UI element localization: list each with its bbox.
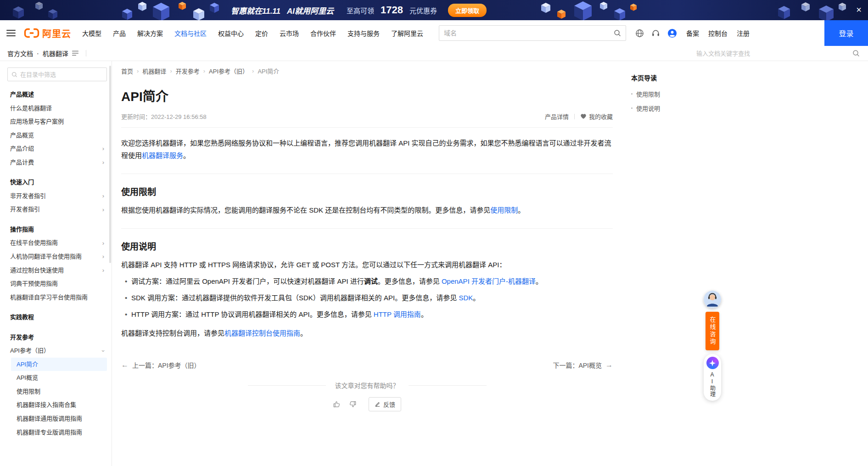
intro-paragraph: 欢迎您选择机器翻译，如果您熟悉网络服务协议和一种以上编程语言，推荐您调用机器翻译… bbox=[121, 137, 613, 162]
nav-menu-item[interactable]: 产品 bbox=[113, 28, 126, 38]
sidebar-item[interactable]: 什么是机器翻译 › bbox=[7, 101, 107, 115]
nav-text-link[interactable]: 备案 bbox=[686, 28, 699, 38]
search-icon[interactable] bbox=[614, 29, 621, 37]
toc-filter-input[interactable] bbox=[20, 71, 103, 78]
online-consult-button[interactable]: 在线咨询 bbox=[706, 312, 719, 350]
sidebar-scrollbar[interactable] bbox=[109, 66, 111, 263]
sidebar-item[interactable]: 快速入门 › bbox=[7, 175, 107, 189]
article-content: 首页 › 机器翻译 › 开发参考 › API参考（旧） › API简介 › bbox=[121, 61, 613, 466]
breadcrumb-item[interactable]: 开发参考 › bbox=[176, 67, 209, 75]
aliyun-logo[interactable]: 阿里云 bbox=[24, 27, 71, 40]
docs-search-icon[interactable] bbox=[852, 50, 860, 58]
ai-assistant-icon bbox=[706, 357, 719, 369]
ai-assistant-button[interactable]: AI助理 bbox=[704, 354, 721, 401]
toc-item-label[interactable]: 使用说明 bbox=[636, 104, 660, 112]
arrow-right-icon: → bbox=[605, 361, 613, 369]
nav-menu-item[interactable]: 云市场 bbox=[280, 28, 299, 38]
sidebar-item[interactable]: 产品概述 › bbox=[7, 88, 107, 101]
toc-list: 使用限制 使用说明 bbox=[631, 90, 709, 112]
docs-search-input[interactable] bbox=[696, 50, 848, 57]
page-toc: 本页导读 使用限制 使用说明 bbox=[631, 61, 709, 466]
headset-icon[interactable] bbox=[651, 29, 660, 38]
bullet-link[interactable]: OpenAPI 开发者门户-机器翻译 bbox=[442, 277, 536, 285]
sidebar-item[interactable]: API简介 › bbox=[11, 358, 107, 371]
sidebar-item[interactable]: 在线平台使用指南 › bbox=[7, 236, 107, 250]
filter-search-icon bbox=[11, 72, 17, 78]
breadcrumb-label[interactable]: 首页 bbox=[121, 67, 133, 75]
prev-article-link[interactable]: ← 上一篇：API参考（旧） bbox=[121, 360, 201, 370]
support-agent-avatar[interactable] bbox=[704, 291, 721, 308]
docs-layout: 产品概述 › 什么是机器翻译 › 应用场景与客户案例 › 产品概览 › 产品介绍… bbox=[0, 61, 868, 466]
hamburger-menu-icon[interactable] bbox=[6, 30, 16, 36]
docs-product-link[interactable]: 机器翻译 bbox=[43, 49, 68, 58]
banner-close-icon[interactable]: × bbox=[856, 4, 862, 15]
nav-menu-item[interactable]: 了解阿里云 bbox=[391, 28, 423, 38]
sidebar-item[interactable]: 人机协同翻译平台使用指南 › bbox=[7, 250, 107, 264]
nav-menu-item[interactable]: 权益中心 bbox=[218, 28, 244, 38]
feedback-block: 该文章对您有帮助吗？ bbox=[121, 381, 613, 411]
breadcrumb-item[interactable]: 机器翻译 › bbox=[142, 67, 175, 75]
breadcrumb-label[interactable]: 开发参考 bbox=[176, 67, 200, 75]
promo-banner: 智惠就在11.11 AI就用阿里云 至高可领 1728 元优惠券 立即领取 × bbox=[0, 0, 868, 20]
section-usage: 使用说明 机器翻译 API 支持 HTTP 或 HTTPS 网络请求协议，允许 … bbox=[121, 228, 613, 339]
nav-search-input[interactable] bbox=[444, 29, 614, 37]
breadcrumb-item[interactable]: 首页 › bbox=[121, 67, 142, 75]
nav-menu-item[interactable]: 支持与服务 bbox=[347, 28, 380, 38]
nav-text-link[interactable]: 注册 bbox=[737, 28, 750, 38]
sidebar-item[interactable]: 产品介绍 › bbox=[7, 142, 107, 156]
nav-menu-item[interactable]: 解决方案 bbox=[137, 28, 163, 38]
banner-cta-button[interactable]: 立即领取 bbox=[448, 4, 487, 17]
thumb-down-icon[interactable] bbox=[349, 400, 357, 408]
feedback-button[interactable]: 反馈 bbox=[369, 397, 401, 411]
login-button[interactable]: 登录 bbox=[824, 20, 868, 46]
breadcrumb-item[interactable]: API参考（旧） › bbox=[209, 67, 258, 75]
nav-menu-item[interactable]: 大模型 bbox=[82, 28, 101, 38]
globe-icon[interactable] bbox=[635, 29, 644, 38]
sidebar-item[interactable]: 机器翻译自学习平台使用指南 › bbox=[7, 291, 107, 304]
toc-item[interactable]: 使用说明 bbox=[631, 104, 709, 112]
sidebar-item[interactable]: 通过控制台快速使用 › bbox=[7, 264, 107, 277]
breadcrumb-label[interactable]: API简介 bbox=[258, 67, 279, 75]
sidebar-item[interactable]: API概览 › bbox=[11, 371, 107, 385]
sidebar-item-label: API概览 bbox=[17, 374, 38, 382]
sidebar-item[interactable]: 开发者指引 › bbox=[7, 202, 107, 216]
sidebar-item[interactable]: 非开发者指引 › bbox=[7, 189, 107, 203]
breadcrumb-label[interactable]: 机器翻译 bbox=[142, 67, 166, 75]
nav-menu-item[interactable]: 定价 bbox=[255, 28, 268, 38]
usage-lead-paragraph: 机器翻译 API 支持 HTTP 或 HTTPS 网络请求协议，允许 GET 或… bbox=[121, 258, 613, 271]
outro-link[interactable]: 机器翻译控制台使用指南 bbox=[224, 329, 300, 337]
user-avatar-icon[interactable] bbox=[667, 28, 677, 38]
intro-link[interactable]: 机器翻译服务 bbox=[142, 152, 183, 159]
sidebar-item[interactable]: 开发参考 › bbox=[7, 331, 107, 344]
sidebar-item[interactable]: 使用限制 › bbox=[11, 385, 107, 399]
toc-item[interactable]: 使用限制 bbox=[631, 90, 709, 98]
nav-search-box[interactable] bbox=[439, 25, 626, 41]
docs-home-link[interactable]: 官方文档 bbox=[7, 49, 33, 58]
favorite-action[interactable]: 我的收藏 bbox=[580, 112, 613, 121]
sidebar-item[interactable]: API参考（旧） › bbox=[7, 344, 107, 358]
sidebar-item[interactable]: 操作指南 › bbox=[7, 223, 107, 236]
sidebar-item[interactable]: 机器翻译接入指南合集 › bbox=[11, 398, 107, 412]
breadcrumb-separator-icon: › bbox=[137, 67, 139, 74]
breadcrumb-label[interactable]: API参考（旧） bbox=[209, 67, 248, 75]
toc-filter-box[interactable] bbox=[7, 67, 107, 81]
sidebar-item[interactable]: 产品计费 › bbox=[7, 156, 107, 169]
next-article-link[interactable]: 下一篇：API概览 → bbox=[553, 360, 613, 370]
nav-text-link[interactable]: 控制台 bbox=[708, 28, 728, 38]
bullet-link[interactable]: HTTP 调用指南 bbox=[374, 310, 421, 318]
limits-link[interactable]: 使用限制 bbox=[490, 206, 518, 214]
sidebar-item[interactable]: 词典干预使用指南 › bbox=[7, 277, 107, 291]
sidebar-item[interactable]: 产品概览 › bbox=[7, 129, 107, 142]
toc-item-label[interactable]: 使用限制 bbox=[636, 90, 660, 98]
product-detail-link[interactable]: 产品详情 bbox=[545, 112, 569, 121]
nav-menu-item[interactable]: 文档与社区 bbox=[174, 28, 207, 38]
nav-menu-item[interactable]: 合作伙伴 bbox=[310, 28, 336, 38]
sidebar-item[interactable]: 机器翻译通用版调用指南 › bbox=[11, 412, 107, 426]
sidebar-item[interactable]: 应用场景与客户案例 › bbox=[7, 115, 107, 129]
doc-list-icon[interactable] bbox=[72, 51, 78, 56]
bullet-link[interactable]: SDK bbox=[459, 294, 473, 302]
breadcrumb-item[interactable]: API简介 › bbox=[258, 67, 279, 75]
sidebar-item[interactable]: 机器翻译专业版调用指南 › bbox=[11, 426, 107, 439]
thumb-up-icon[interactable] bbox=[333, 400, 341, 408]
sidebar-item[interactable]: 实践教程 › bbox=[7, 310, 107, 324]
